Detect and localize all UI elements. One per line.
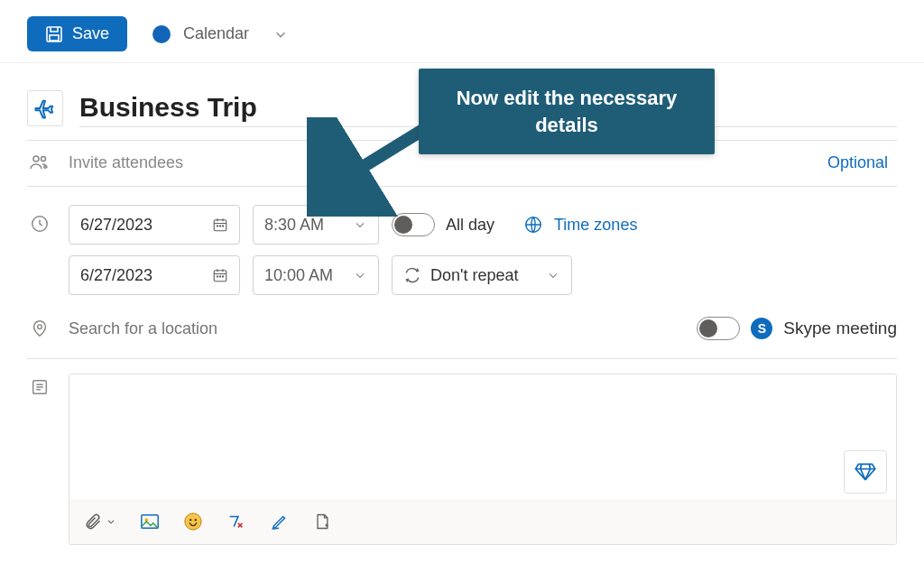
airplane-icon — [32, 96, 58, 121]
body-row — [27, 359, 897, 552]
chevron-down-icon — [546, 268, 560, 282]
diamond-icon — [854, 460, 877, 484]
svg-point-9 — [222, 226, 223, 226]
datetime-row: 6/27/2023 8:30 AM All day — [27, 190, 897, 302]
tutorial-callout: Now edit the necessary details — [419, 69, 715, 154]
attendees-input[interactable]: Invite attendees — [69, 153, 183, 172]
clock-icon — [27, 205, 52, 234]
save-button-label: Save — [72, 24, 109, 43]
repeat-icon — [403, 266, 421, 284]
toolbar: Save Calendar — [0, 0, 924, 63]
optional-attendees-link[interactable]: Optional — [827, 153, 888, 172]
location-icon — [27, 319, 52, 338]
attach-button[interactable] — [84, 513, 116, 531]
location-row: S Skype meeting — [27, 302, 897, 359]
chevron-down-icon — [273, 26, 289, 42]
pen-icon — [270, 512, 290, 531]
globe-icon — [523, 215, 543, 235]
calendar-icon — [212, 267, 228, 283]
svg-point-21 — [195, 519, 197, 521]
page-plus-icon — [313, 512, 331, 531]
calendar-color-dot — [152, 25, 171, 43]
chevron-down-icon — [353, 268, 367, 282]
calendar-selector[interactable]: Calendar — [152, 24, 289, 43]
description-editor[interactable] — [69, 374, 897, 545]
skype-toggle[interactable] — [697, 317, 740, 340]
svg-rect-1 — [50, 35, 59, 41]
end-date-field[interactable]: 6/27/2023 — [69, 255, 240, 295]
event-category-icon-button[interactable] — [27, 90, 63, 126]
svg-point-20 — [189, 519, 191, 521]
editor-toolbar — [69, 499, 896, 544]
svg-point-7 — [217, 226, 217, 226]
end-time-field[interactable]: 10:00 AM — [253, 255, 379, 295]
chevron-down-icon — [353, 217, 367, 232]
svg-point-4 — [44, 166, 47, 169]
recurrence-field[interactable]: Don't repeat — [392, 255, 572, 295]
calendar-icon — [212, 217, 228, 233]
svg-point-13 — [219, 276, 220, 277]
svg-point-15 — [38, 325, 42, 329]
calendar-selector-label: Calendar — [183, 24, 249, 43]
svg-point-2 — [33, 156, 39, 162]
skype-label: Skype meeting — [783, 319, 897, 338]
location-input[interactable] — [69, 319, 680, 338]
skype-icon: S — [751, 318, 772, 339]
eraser-icon — [226, 512, 246, 531]
more-format-button[interactable] — [313, 512, 331, 531]
start-date-field[interactable]: 6/27/2023 — [69, 205, 240, 245]
all-day-label: All day — [446, 216, 494, 235]
svg-point-14 — [222, 276, 223, 277]
paperclip-icon — [84, 513, 102, 531]
svg-point-12 — [217, 276, 217, 277]
clear-formatting-button[interactable] — [226, 512, 246, 531]
image-icon — [140, 513, 160, 531]
svg-point-3 — [42, 157, 46, 162]
premium-button[interactable] — [844, 450, 887, 494]
svg-marker-24 — [307, 168, 345, 208]
svg-point-19 — [185, 513, 201, 530]
save-button[interactable]: Save — [27, 16, 127, 51]
emoji-icon — [183, 512, 203, 531]
description-icon — [27, 374, 52, 397]
time-zones-link[interactable]: Time zones — [554, 216, 637, 235]
emoji-button[interactable] — [183, 512, 203, 531]
attendees-icon — [27, 152, 52, 173]
chevron-down-icon — [106, 516, 116, 527]
save-icon — [45, 25, 63, 43]
svg-point-8 — [219, 226, 220, 226]
insert-image-button[interactable] — [140, 513, 160, 531]
ink-button[interactable] — [270, 512, 290, 531]
